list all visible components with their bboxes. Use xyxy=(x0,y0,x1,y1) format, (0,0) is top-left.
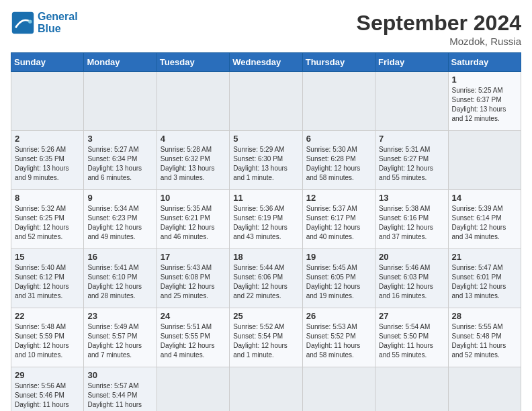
day-number: 17 xyxy=(161,252,226,262)
calendar-cell xyxy=(157,72,229,131)
calendar-cell: 27Sunrise: 5:54 AMSunset: 5:50 PMDayligh… xyxy=(375,308,448,367)
calendar-cell xyxy=(230,367,302,412)
day-number: 27 xyxy=(379,311,444,321)
calendar-cell: 17Sunrise: 5:43 AMSunset: 6:08 PMDayligh… xyxy=(157,249,229,308)
calendar-cell: 29Sunrise: 5:56 AMSunset: 5:46 PMDayligh… xyxy=(11,367,84,412)
cell-info: Sunrise: 5:31 AMSunset: 6:27 PMDaylight:… xyxy=(379,145,444,183)
calendar-cell: 22Sunrise: 5:48 AMSunset: 5:59 PMDayligh… xyxy=(11,308,84,367)
calendar-cell: 26Sunrise: 5:53 AMSunset: 5:52 PMDayligh… xyxy=(302,308,375,367)
calendar-cell: 25Sunrise: 5:52 AMSunset: 5:54 PMDayligh… xyxy=(230,308,302,367)
location: Mozdok, Russia xyxy=(357,36,521,47)
calendar-cell xyxy=(375,367,448,412)
day-number: 5 xyxy=(233,134,298,144)
day-number: 28 xyxy=(452,311,517,321)
day-number: 18 xyxy=(233,252,298,262)
cell-info: Sunrise: 5:49 AMSunset: 5:57 PMDaylight:… xyxy=(87,322,152,360)
cell-info: Sunrise: 5:38 AMSunset: 6:16 PMDaylight:… xyxy=(379,204,444,242)
day-number: 10 xyxy=(161,193,226,203)
cell-info: Sunrise: 5:43 AMSunset: 6:08 PMDaylight:… xyxy=(161,263,226,301)
calendar-table: SundayMondayTuesdayWednesdayThursdayFrid… xyxy=(11,52,521,411)
day-number: 15 xyxy=(15,252,80,262)
header-day-friday: Friday xyxy=(375,53,448,72)
cell-info: Sunrise: 5:51 AMSunset: 5:55 PMDaylight:… xyxy=(161,322,226,360)
week-row-3: 8Sunrise: 5:32 AMSunset: 6:25 PMDaylight… xyxy=(11,190,521,249)
week-row-1: 1Sunrise: 5:25 AMSunset: 6:37 PMDaylight… xyxy=(11,72,521,131)
day-number: 9 xyxy=(87,193,152,203)
calendar-cell xyxy=(157,367,229,412)
calendar-cell: 6Sunrise: 5:30 AMSunset: 6:28 PMDaylight… xyxy=(302,131,375,190)
calendar-cell: 8Sunrise: 5:32 AMSunset: 6:25 PMDaylight… xyxy=(11,190,84,249)
header-day-sunday: Sunday xyxy=(11,53,84,72)
svg-point-1 xyxy=(28,20,32,24)
header-row: SundayMondayTuesdayWednesdayThursdayFrid… xyxy=(11,53,521,72)
cell-info: Sunrise: 5:36 AMSunset: 6:19 PMDaylight:… xyxy=(233,204,298,242)
calendar-cell: 16Sunrise: 5:41 AMSunset: 6:10 PMDayligh… xyxy=(84,249,157,308)
calendar-cell: 3Sunrise: 5:27 AMSunset: 6:34 PMDaylight… xyxy=(84,131,157,190)
cell-info: Sunrise: 5:25 AMSunset: 6:37 PMDaylight:… xyxy=(452,86,517,124)
calendar-header: SundayMondayTuesdayWednesdayThursdayFrid… xyxy=(11,53,521,72)
header-day-saturday: Saturday xyxy=(448,53,521,72)
cell-info: Sunrise: 5:30 AMSunset: 6:28 PMDaylight:… xyxy=(306,145,371,183)
day-number: 1 xyxy=(452,75,517,85)
day-number: 6 xyxy=(306,134,371,144)
calendar-cell: 1Sunrise: 5:25 AMSunset: 6:37 PMDaylight… xyxy=(448,72,521,131)
day-number: 7 xyxy=(379,134,444,144)
cell-info: Sunrise: 5:32 AMSunset: 6:25 PMDaylight:… xyxy=(15,204,80,242)
cell-info: Sunrise: 5:45 AMSunset: 6:05 PMDaylight:… xyxy=(306,263,371,301)
day-number: 12 xyxy=(306,193,371,203)
cell-info: Sunrise: 5:34 AMSunset: 6:23 PMDaylight:… xyxy=(87,204,152,242)
week-row-6: 29Sunrise: 5:56 AMSunset: 5:46 PMDayligh… xyxy=(11,367,521,412)
calendar-cell: 28Sunrise: 5:55 AMSunset: 5:48 PMDayligh… xyxy=(448,308,521,367)
calendar-cell: 21Sunrise: 5:47 AMSunset: 6:01 PMDayligh… xyxy=(448,249,521,308)
week-row-4: 15Sunrise: 5:40 AMSunset: 6:12 PMDayligh… xyxy=(11,249,521,308)
logo-icon xyxy=(11,11,35,35)
calendar-cell xyxy=(84,72,157,131)
day-number: 3 xyxy=(87,134,152,144)
calendar-cell: 5Sunrise: 5:29 AMSunset: 6:30 PMDaylight… xyxy=(230,131,302,190)
calendar-cell: 11Sunrise: 5:36 AMSunset: 6:19 PMDayligh… xyxy=(230,190,302,249)
header-day-thursday: Thursday xyxy=(302,53,375,72)
cell-info: Sunrise: 5:56 AMSunset: 5:46 PMDaylight:… xyxy=(15,381,80,411)
calendar-cell xyxy=(375,72,448,131)
day-number: 23 xyxy=(87,311,152,321)
day-number: 25 xyxy=(233,311,298,321)
calendar-cell: 23Sunrise: 5:49 AMSunset: 5:57 PMDayligh… xyxy=(84,308,157,367)
day-number: 16 xyxy=(87,252,152,262)
day-number: 22 xyxy=(15,311,80,321)
cell-info: Sunrise: 5:26 AMSunset: 6:35 PMDaylight:… xyxy=(15,145,80,183)
calendar-cell: 30Sunrise: 5:57 AMSunset: 5:44 PMDayligh… xyxy=(84,367,157,412)
cell-info: Sunrise: 5:52 AMSunset: 5:54 PMDaylight:… xyxy=(233,322,298,360)
calendar-cell: 2Sunrise: 5:26 AMSunset: 6:35 PMDaylight… xyxy=(11,131,84,190)
cell-info: Sunrise: 5:37 AMSunset: 6:17 PMDaylight:… xyxy=(306,204,371,242)
calendar-cell: 13Sunrise: 5:38 AMSunset: 6:16 PMDayligh… xyxy=(375,190,448,249)
day-number: 4 xyxy=(161,134,226,144)
calendar-cell: 7Sunrise: 5:31 AMSunset: 6:27 PMDaylight… xyxy=(375,131,448,190)
day-number: 26 xyxy=(306,311,371,321)
day-number: 19 xyxy=(306,252,371,262)
calendar-cell xyxy=(302,367,375,412)
calendar-cell: 24Sunrise: 5:51 AMSunset: 5:55 PMDayligh… xyxy=(157,308,229,367)
day-number: 14 xyxy=(452,193,517,203)
cell-info: Sunrise: 5:39 AMSunset: 6:14 PMDaylight:… xyxy=(452,204,517,242)
calendar-cell: 15Sunrise: 5:40 AMSunset: 6:12 PMDayligh… xyxy=(11,249,84,308)
cell-info: Sunrise: 5:27 AMSunset: 6:34 PMDaylight:… xyxy=(87,145,152,183)
cell-info: Sunrise: 5:55 AMSunset: 5:48 PMDaylight:… xyxy=(452,322,517,360)
calendar-cell: 4Sunrise: 5:28 AMSunset: 6:32 PMDaylight… xyxy=(157,131,229,190)
calendar-cell xyxy=(11,72,84,131)
logo-text: General Blue xyxy=(38,11,78,35)
cell-info: Sunrise: 5:41 AMSunset: 6:10 PMDaylight:… xyxy=(87,263,152,301)
calendar-cell: 19Sunrise: 5:45 AMSunset: 6:05 PMDayligh… xyxy=(302,249,375,308)
cell-info: Sunrise: 5:53 AMSunset: 5:52 PMDaylight:… xyxy=(306,322,371,360)
calendar-cell: 10Sunrise: 5:35 AMSunset: 6:21 PMDayligh… xyxy=(157,190,229,249)
calendar-cell xyxy=(448,131,521,190)
calendar-cell xyxy=(302,72,375,131)
week-row-2: 2Sunrise: 5:26 AMSunset: 6:35 PMDaylight… xyxy=(11,131,521,190)
calendar-body: 1Sunrise: 5:25 AMSunset: 6:37 PMDaylight… xyxy=(11,72,521,412)
page-header: General Blue September 2024 Mozdok, Russ… xyxy=(11,11,521,47)
cell-info: Sunrise: 5:28 AMSunset: 6:32 PMDaylight:… xyxy=(161,145,226,183)
month-title: September 2024 xyxy=(357,11,521,36)
day-number: 20 xyxy=(379,252,444,262)
day-number: 30 xyxy=(87,370,152,380)
cell-info: Sunrise: 5:44 AMSunset: 6:06 PMDaylight:… xyxy=(233,263,298,301)
header-day-wednesday: Wednesday xyxy=(230,53,302,72)
